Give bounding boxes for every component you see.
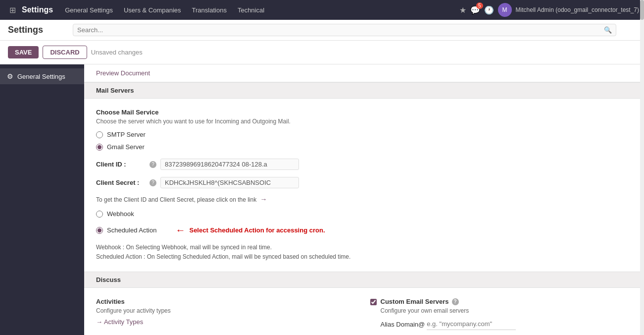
activities-desc: Configure your activity types (96, 307, 358, 314)
custom-email-desc: Configure your own email servers (381, 307, 516, 314)
custom-email-checkbox-row: Custom Email Servers ? Configure your ow… (370, 298, 633, 335)
gmail-radio[interactable] (96, 144, 103, 151)
client-secret-row: Client Secret : ? KDHCkJHSKLH8^(SKHCSABN… (96, 177, 632, 188)
unsaved-label: Unsaved changes (91, 49, 143, 56)
sidebar-item-general-settings[interactable]: ⚙ General Settings (0, 68, 84, 84)
main-layout: ⚙ General Settings Preview Document Mail… (0, 64, 644, 335)
mail-servers-content: Choose Mail Service Choose the server wh… (84, 99, 644, 272)
preview-document-link[interactable]: Preview Document (96, 69, 150, 77)
user-label: Mitchell Admin (odoo_gmail_connector_tes… (516, 6, 639, 13)
mail-service-radio-group: SMTP Server Gmail Server (96, 131, 632, 151)
page-title: Settings (8, 25, 43, 35)
search-input[interactable] (77, 26, 604, 34)
smtp-radio-item[interactable]: SMTP Server (96, 131, 632, 138)
annotation-arrow: ← (175, 224, 185, 236)
gmail-label: Gmail Server (107, 143, 145, 151)
activities-item: Activities Configure your activity types… (96, 298, 358, 335)
gear-icon: ⚙ (7, 72, 13, 80)
client-id-help-icon[interactable]: ? (149, 161, 156, 168)
custom-email-title: Custom Email Servers ? (381, 298, 516, 305)
brand-name: Settings (22, 5, 53, 14)
avatar[interactable]: M (498, 3, 512, 17)
nav-users-companies[interactable]: Users & Companies (119, 3, 186, 17)
client-id-label: Client ID : (96, 161, 146, 168)
external-link-icon[interactable]: → (260, 195, 267, 203)
smtp-radio[interactable] (96, 131, 103, 138)
scheduled-action-label: Scheduled Action (107, 226, 156, 234)
sidebar: ⚙ General Settings (0, 64, 84, 335)
alias-domain-input[interactable] (427, 318, 516, 330)
sidebar-item-label: General Settings (17, 73, 65, 80)
alias-label: Alias Domain@ (381, 321, 425, 328)
clock-icon[interactable]: 🕐 (484, 5, 494, 15)
webhook-radio-item[interactable]: Webhook (96, 210, 632, 218)
scheduled-action-row: Scheduled Action ← Select Scheduled Acti… (96, 224, 632, 236)
scrollbar-track[interactable] (640, 64, 644, 335)
discard-button[interactable]: DISCARD (43, 46, 87, 59)
star-icon[interactable]: ★ (459, 5, 466, 15)
content-area: Preview Document Mail Servers Choose Mai… (84, 64, 644, 335)
nav-right-icons: ★ 💬 5 🕐 M Mitchell Admin (odoo_gmail_con… (459, 3, 639, 17)
nav-links: General Settings Users & Companies Trans… (60, 3, 457, 17)
apps-menu-icon[interactable]: ⊞ (5, 2, 20, 17)
search-bar[interactable]: 🔍 (73, 24, 616, 36)
custom-email-checkbox[interactable] (370, 299, 377, 305)
gmail-radio-item[interactable]: Gmail Server (96, 143, 632, 151)
discuss-content: Activities Configure your activity types… (84, 288, 644, 335)
nav-general-settings[interactable]: General Settings (60, 3, 118, 17)
preview-bar: Preview Document (84, 64, 644, 82)
custom-email-help-icon[interactable]: ? (452, 298, 459, 305)
sync-method-radio-group: Webhook Scheduled Action ← Select Schedu… (96, 210, 632, 238)
choose-mail-desc: Choose the server which you want to use … (96, 118, 632, 125)
sub-header: Settings 🔍 (0, 20, 644, 41)
action-bar: SAVE DISCARD Unsaved changes (0, 41, 644, 64)
custom-email-item: Custom Email Servers ? Configure your ow… (370, 298, 633, 335)
client-secret-label: Client Secret : (96, 179, 146, 186)
mail-servers-header: Mail Servers (84, 82, 644, 99)
annotation-text: Select Scheduled Action for accessing cr… (189, 226, 325, 234)
alias-row: Alias Domain@ (381, 318, 516, 330)
activity-types-link[interactable]: → Activity Types (96, 318, 358, 326)
chat-badge: 5 (476, 2, 483, 9)
client-link-row: To get the Client ID and Client Secret, … (96, 195, 632, 203)
activities-title: Activities (96, 298, 358, 305)
nav-translations[interactable]: Translations (187, 3, 232, 17)
client-id-value[interactable]: 837239896918620477324 08-128.a (160, 159, 299, 170)
scheduled-action-radio[interactable] (96, 227, 103, 234)
webhook-label: Webhook (107, 210, 134, 218)
info-text-1: Webhook : On Selecting Webhook, mail wil… (96, 243, 632, 262)
top-navigation: ⊞ Settings General Settings Users & Comp… (0, 0, 644, 20)
nav-technical[interactable]: Technical (233, 3, 269, 17)
client-secret-help-icon[interactable]: ? (149, 179, 156, 186)
scheduled-action-radio-item[interactable]: Scheduled Action (96, 226, 156, 234)
choose-mail-service-group: Choose Mail Service Choose the server wh… (96, 109, 632, 151)
webhook-radio[interactable] (96, 211, 103, 218)
save-button[interactable]: SAVE (8, 46, 39, 58)
smtp-label: SMTP Server (107, 131, 146, 138)
search-icon: 🔍 (604, 26, 612, 34)
client-secret-value[interactable]: KDHCkJHSKLH8^(SKHCSABNSOIC (160, 177, 299, 188)
discuss-grid: Activities Configure your activity types… (96, 298, 632, 335)
discuss-header: Discuss (84, 272, 644, 288)
chat-icon[interactable]: 💬 5 (470, 5, 480, 15)
client-link-text: To get the Client ID and Client Secret, … (96, 196, 256, 203)
client-id-row: Client ID : ? 837239896918620477324 08-1… (96, 159, 632, 170)
choose-mail-label: Choose Mail Service (96, 109, 632, 116)
